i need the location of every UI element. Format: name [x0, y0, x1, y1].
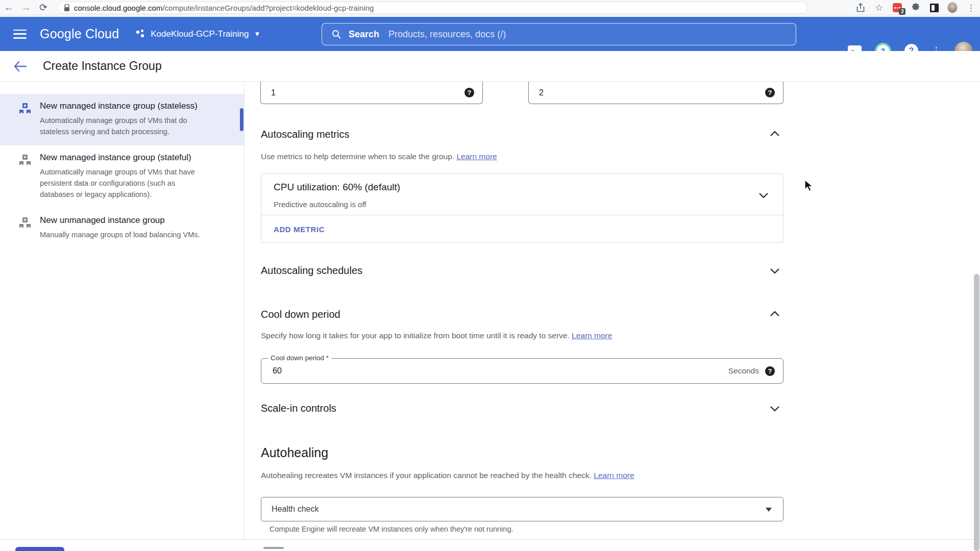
adblock-extension-icon[interactable]: 3: [892, 3, 902, 13]
sidebar-item-managed-stateful[interactable]: New managed instance group (stateful) Au…: [0, 145, 244, 208]
extension-count-badge: 3: [899, 8, 905, 15]
scale-in-controls-heading: Scale-in controls: [261, 403, 336, 414]
learn-more-link[interactable]: Learn more: [594, 471, 634, 480]
instance-group-icon: [18, 154, 32, 169]
selected-indicator: [240, 108, 243, 131]
minimum-instances-value: 1: [271, 88, 464, 97]
sidebar-item-unmanaged[interactable]: New unmanaged instance group Manually ma…: [0, 208, 244, 248]
health-check-label: Health check: [272, 505, 319, 514]
cool-down-period-heading: Cool down period: [261, 309, 340, 320]
chevron-down-icon: ▼: [254, 30, 260, 38]
form-footer: [0, 539, 980, 551]
expand-chevron-down-icon[interactable]: [758, 191, 769, 201]
maximum-instances-field[interactable]: 2 ?: [528, 82, 783, 104]
sidebar-item-managed-stateless[interactable]: New managed instance group (stateless) A…: [0, 94, 244, 145]
cool-down-period-field[interactable]: Cool down period * 60 Seconds ?: [261, 358, 783, 384]
learn-more-link[interactable]: Learn more: [572, 331, 612, 340]
page-title: Create Instance Group: [43, 59, 162, 73]
url-text: console.cloud.google.com/compute/instanc…: [74, 4, 374, 12]
instance-group-type-sidebar: New managed instance group (stateless) A…: [0, 82, 244, 539]
dropdown-triangle-icon: [766, 508, 772, 512]
url-domain: console.cloud.google.com: [74, 4, 162, 12]
browser-forward-icon[interactable]: →: [17, 2, 35, 13]
navigation-menu-icon[interactable]: [13, 30, 27, 39]
autoscaling-metric-card: CPU utilization: 60% (default) Predictiv…: [261, 173, 783, 243]
browser-reload-icon[interactable]: ⟳: [35, 2, 52, 13]
gcp-top-bar: Google Cloud KodeKloud-GCP-Training ▼ Se…: [0, 17, 980, 51]
project-picker[interactable]: KodeKloud-GCP-Training ▼: [136, 29, 260, 39]
autohealing-description: Autohealing recreates VM instances if yo…: [261, 471, 634, 480]
browser-extension-area: ☆ 3 ⋮: [855, 0, 976, 15]
help-icon[interactable]: ?: [464, 88, 474, 97]
vertical-scrollbar-thumb[interactable]: [974, 274, 979, 551]
collapse-chevron-up-icon[interactable]: [770, 130, 780, 139]
cpu-utilization-metric-row[interactable]: CPU utilization: 60% (default) Predictiv…: [261, 174, 783, 215]
learn-more-link[interactable]: Learn more: [456, 152, 497, 161]
sidebar-item-title: New managed instance group (stateless): [40, 101, 222, 111]
page-header: Create Instance Group: [0, 51, 980, 82]
help-icon[interactable]: ?: [765, 88, 775, 97]
instance-group-icon: [18, 103, 32, 118]
share-icon[interactable]: [855, 3, 866, 13]
ssl-lock-icon[interactable]: [64, 4, 70, 12]
back-button[interactable]: [13, 61, 27, 72]
create-instance-group-form: 1 ? 2 ? Autoscaling metrics Use metrics …: [245, 82, 980, 539]
browser-menu-icon[interactable]: ⋮: [966, 3, 976, 13]
autoscaling-metrics-heading: Autoscaling metrics: [261, 129, 349, 140]
horizontal-scrollbar-thumb[interactable]: [263, 547, 284, 549]
expand-chevron-down-icon[interactable]: [770, 405, 780, 414]
address-bar[interactable]: console.cloud.google.com/compute/instanc…: [57, 2, 807, 14]
project-name: KodeKloud-GCP-Training: [151, 29, 249, 39]
cool-down-value: 60: [273, 366, 282, 375]
autohealing-heading: Autohealing: [261, 445, 328, 460]
cool-down-description: Specify how long it takes for your app t…: [261, 331, 612, 340]
sidebar-item-description: Automatically manage groups of VMs that …: [40, 115, 208, 137]
create-button[interactable]: [15, 547, 64, 551]
global-search-input[interactable]: Search Products, resources, docs (/): [322, 23, 796, 45]
google-cloud-logo[interactable]: Google Cloud: [40, 27, 119, 41]
metric-subtitle: Predictive autoscaling is off: [274, 200, 366, 209]
sidebar-item-title: New managed instance group (stateful): [40, 153, 222, 163]
sidebar-item-description: Manually manage groups of load balancing…: [40, 229, 208, 240]
search-icon: [331, 29, 341, 39]
sidebar-item-title: New unmanaged instance group: [40, 215, 222, 226]
search-label: Search: [349, 29, 379, 40]
health-check-select[interactable]: Health check: [261, 497, 783, 521]
maximum-instances-value: 2: [539, 88, 765, 97]
health-check-helper-text: Compute Engine will recreate VM instance…: [270, 525, 513, 533]
help-icon[interactable]: ?: [765, 366, 775, 376]
minimum-instances-field[interactable]: 1 ?: [260, 82, 483, 104]
browser-toolbar: ← → ⟳ console.cloud.google.com/compute/i…: [0, 0, 980, 15]
unit-label: Seconds: [728, 366, 759, 375]
sidebar-item-description: Automatically manage groups of VMs that …: [40, 166, 208, 200]
browser-back-icon[interactable]: ←: [0, 2, 17, 13]
instance-group-icon: [18, 217, 32, 232]
autoscaling-schedules-heading: Autoscaling schedules: [261, 265, 362, 277]
field-label: Cool down period *: [268, 354, 331, 362]
browser-profile-avatar[interactable]: [947, 3, 958, 13]
contrast-extension-icon[interactable]: [929, 3, 939, 13]
autoscaling-metrics-description: Use metrics to help determine when to sc…: [261, 152, 497, 161]
collapse-chevron-up-icon[interactable]: [770, 310, 780, 319]
search-placeholder: Products, resources, docs (/): [388, 29, 506, 40]
metric-title: CPU utilization: 60% (default): [274, 182, 400, 193]
url-path: /compute/instanceGroups/add?project=kode…: [162, 4, 374, 12]
project-icon: [136, 30, 145, 39]
bookmark-star-icon[interactable]: ☆: [874, 3, 884, 13]
expand-chevron-down-icon[interactable]: [770, 267, 780, 276]
add-metric-button[interactable]: ADD METRIC: [274, 225, 325, 234]
extensions-puzzle-icon[interactable]: [911, 3, 921, 13]
